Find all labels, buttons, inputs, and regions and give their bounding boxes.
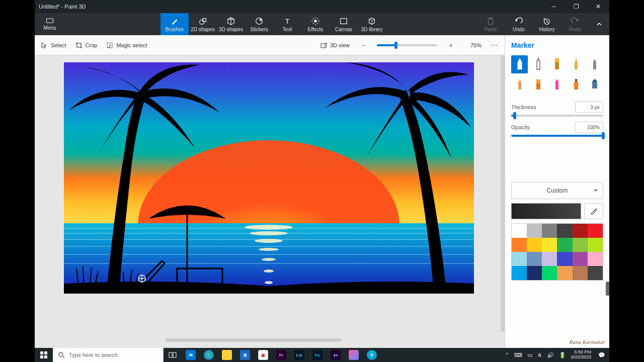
tray-keyboard-icon[interactable]: ⌨ xyxy=(514,352,522,358)
task-view-button[interactable] xyxy=(164,348,182,362)
tool-effects[interactable]: Effects xyxy=(301,13,330,35)
color-swatch[interactable] xyxy=(512,224,527,238)
brush-watercolor[interactable] xyxy=(568,55,584,73)
tray-wifi-icon[interactable]: ⋔ xyxy=(537,352,542,358)
app-aftereffects[interactable]: Ae xyxy=(327,348,345,362)
color-swatch[interactable] xyxy=(588,266,603,280)
app-edge[interactable] xyxy=(200,348,218,362)
svg-rect-59 xyxy=(40,355,43,358)
thickness-input[interactable]: 3 px xyxy=(575,102,603,113)
maximize-button[interactable]: ❐ xyxy=(565,0,587,13)
color-swatch[interactable] xyxy=(542,252,557,266)
app-lightroom[interactable]: Lrc xyxy=(290,348,308,362)
color-swatch[interactable] xyxy=(512,238,527,252)
svg-point-31 xyxy=(245,225,293,230)
zoom-slider[interactable] xyxy=(377,44,437,46)
thickness-slider[interactable] xyxy=(511,115,603,117)
tray-meet-icon[interactable]: ▭ xyxy=(527,352,532,358)
titlebar: Untitled* - Paint 3D ─ ❐ ✕ xyxy=(35,0,609,13)
brush-oil[interactable] xyxy=(549,55,566,73)
tool-history[interactable]: History xyxy=(533,13,561,35)
magic-select-tool[interactable]: Magic select xyxy=(106,42,147,49)
eyedropper-button[interactable] xyxy=(584,203,603,219)
svg-rect-58 xyxy=(44,351,47,354)
select-tool[interactable]: Select xyxy=(41,42,66,49)
brush-pencil[interactable] xyxy=(511,75,528,94)
app-mail[interactable]: ✉ xyxy=(182,348,200,362)
brush-eraser[interactable] xyxy=(530,75,546,94)
zoom-in-button[interactable]: + xyxy=(446,41,455,49)
tool-undo[interactable]: Undo xyxy=(505,13,533,35)
panel-scrollbar[interactable] xyxy=(606,282,609,296)
tray-battery-icon[interactable]: 🔋 xyxy=(559,352,566,358)
tool-text[interactable]: T Text xyxy=(273,13,301,35)
color-swatch[interactable] xyxy=(527,252,542,266)
vertical-scrollbar[interactable] xyxy=(501,55,505,332)
system-tray[interactable]: ⌃ ⌨ ▭ ⋔ 🔊 🔋 6:59 PM 9/22/2023 💬 xyxy=(505,350,609,360)
app-store[interactable]: ⊞ xyxy=(236,348,254,362)
notifications-button[interactable]: 💬 xyxy=(598,352,605,358)
current-color[interactable] xyxy=(511,203,581,219)
color-swatch[interactable] xyxy=(588,238,603,252)
color-swatch[interactable] xyxy=(573,238,588,252)
color-swatch[interactable] xyxy=(542,224,557,238)
menu-button[interactable]: Menu xyxy=(35,13,65,35)
expand-ribbon-button[interactable] xyxy=(589,13,609,35)
brush-pixel[interactable] xyxy=(587,55,603,73)
opacity-input[interactable]: 100% xyxy=(575,122,603,133)
color-swatch[interactable] xyxy=(557,238,572,252)
svg-line-12 xyxy=(317,18,318,19)
taskbar-search[interactable]: Type here to search xyxy=(53,348,164,362)
color-swatch[interactable] xyxy=(573,224,588,238)
opacity-slider[interactable] xyxy=(511,135,603,137)
color-swatch[interactable] xyxy=(512,266,527,280)
start-button[interactable] xyxy=(35,348,53,362)
color-swatch[interactable] xyxy=(573,252,588,266)
color-swatch[interactable] xyxy=(557,266,572,280)
color-swatch[interactable] xyxy=(527,238,542,252)
color-swatch[interactable] xyxy=(527,266,542,280)
3d-view-toggle[interactable]: 3D view xyxy=(320,42,350,49)
color-swatch[interactable] xyxy=(542,238,557,252)
tool-stickers[interactable]: Stickers xyxy=(245,13,273,35)
app-photoshop[interactable]: Ps xyxy=(308,348,327,362)
tool-2d-shapes[interactable]: 2D shapes xyxy=(189,13,217,35)
close-button[interactable]: ✕ xyxy=(587,0,609,13)
color-swatch[interactable] xyxy=(557,224,572,238)
brush-spray[interactable] xyxy=(568,75,584,94)
minimize-button[interactable]: ─ xyxy=(543,0,565,13)
tool-brushes[interactable]: Brushes xyxy=(160,13,189,35)
app-other[interactable]: ⟳ xyxy=(363,348,381,362)
tool-canvas[interactable]: Canvas xyxy=(330,13,358,35)
tool-3d-shapes[interactable]: 3D shapes xyxy=(217,13,245,35)
brush-calligraphy[interactable] xyxy=(530,55,546,73)
color-swatch[interactable] xyxy=(542,266,557,280)
color-swatch[interactable] xyxy=(557,252,572,266)
svg-rect-0 xyxy=(47,19,53,23)
app-explorer[interactable] xyxy=(218,348,236,362)
color-swatch[interactable] xyxy=(573,266,588,280)
brush-marker[interactable] xyxy=(511,55,528,73)
horizontal-scrollbar[interactable] xyxy=(166,338,342,342)
app-paint3d[interactable] xyxy=(345,348,363,362)
crop-tool[interactable]: Crop xyxy=(75,42,98,49)
color-swatch[interactable] xyxy=(527,224,542,238)
color-swatch[interactable] xyxy=(588,252,603,266)
app-calendar[interactable]: ▦ xyxy=(254,348,272,362)
tray-overflow-icon[interactable]: ⌃ xyxy=(505,352,509,358)
svg-line-13 xyxy=(313,23,314,24)
color-swatch[interactable] xyxy=(588,224,603,238)
color-swatch[interactable] xyxy=(512,252,527,266)
clock[interactable]: 6:59 PM 9/22/2023 xyxy=(571,350,593,360)
canvas[interactable] xyxy=(64,62,474,294)
more-options-button[interactable]: ⋯ xyxy=(491,41,499,49)
app-premiere[interactable]: Pr xyxy=(272,348,290,362)
material-select[interactable]: Custom xyxy=(511,182,603,199)
zoom-out-button[interactable]: − xyxy=(359,41,368,49)
brush-fill[interactable] xyxy=(587,75,603,94)
tray-volume-icon[interactable]: 🔊 xyxy=(547,352,554,358)
tool-3d-library[interactable]: 3D library xyxy=(358,13,386,35)
svg-rect-14 xyxy=(341,18,347,24)
brush-crayon[interactable] xyxy=(549,75,566,94)
canvas-area[interactable]: Select Crop Magic select 3D view − xyxy=(35,35,505,348)
